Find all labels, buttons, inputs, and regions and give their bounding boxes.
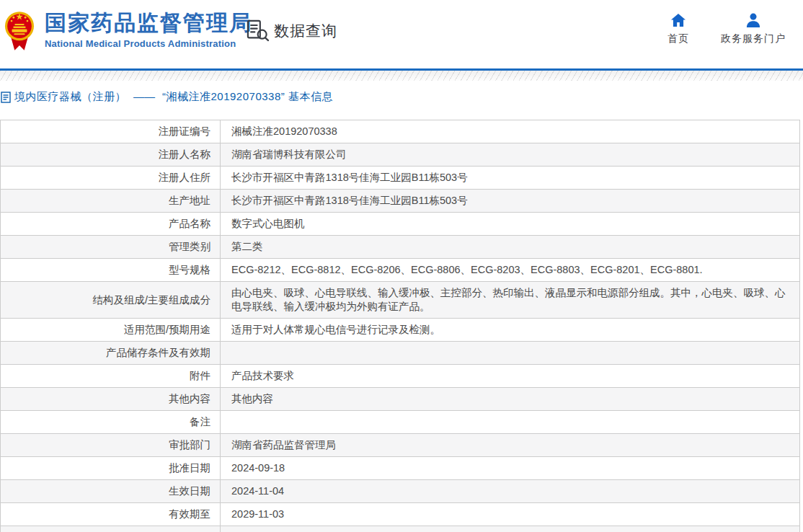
breadcrumb-text: 境内医疗器械（注册）——“湘械注准20192070338” 基本信息 bbox=[14, 90, 333, 104]
row-value: 长沙市开福区中青路1318号佳海工业园B11栋503号 bbox=[221, 167, 800, 190]
table-row: 产品储存条件及有效期 bbox=[1, 342, 800, 365]
site-title: 国家药品监督管理局 bbox=[45, 11, 252, 35]
row-value: 适用于对人体常规心电信号进行记录及检测。 bbox=[221, 319, 800, 342]
table-row: 注册人住所长沙市开福区中青路1318号佳海工业园B11栋503号 bbox=[1, 167, 800, 190]
row-value: 2024-09-18 bbox=[221, 457, 800, 480]
row-value: 由心电夹、吸球、心电导联线、输入缓冲极、主控部分、热印输出、液晶显示和电源部分组… bbox=[221, 282, 800, 319]
table-row: 适用范围/预期用途适用于对人体常规心电信号进行记录及检测。 bbox=[1, 319, 800, 342]
table-row bbox=[1, 526, 800, 532]
table-row: 批准日期2024-09-18 bbox=[1, 457, 800, 480]
national-emblem-logo[interactable] bbox=[4, 6, 35, 53]
table-row: 生效日期2024-11-04 bbox=[1, 480, 800, 503]
table-row: 注册证编号湘械注准20192070338 bbox=[1, 120, 800, 143]
row-value bbox=[221, 342, 800, 365]
nav-portal-link[interactable]: 政务服务门户 bbox=[721, 13, 786, 45]
site-header: 国家药品监督管理局 National Medical Products Admi… bbox=[0, 0, 803, 68]
row-label: 注册人名称 bbox=[1, 143, 221, 167]
table-row: 型号规格ECG-8212、ECG-8812、ECG-8206、ECG-8806、… bbox=[1, 259, 800, 282]
row-value: 第二类 bbox=[221, 236, 800, 259]
breadcrumb-category: 境内医疗器械（注册） bbox=[14, 90, 126, 102]
home-icon bbox=[670, 13, 686, 27]
row-label: 管理类别 bbox=[1, 236, 221, 259]
registration-info-table: 注册证编号湘械注准20192070338注册人名称湖南省瑞博科技有限公司注册人住… bbox=[0, 120, 800, 532]
row-value: 产品技术要求 bbox=[221, 365, 800, 388]
row-label: 注册人住所 bbox=[1, 167, 221, 190]
row-label: 生效日期 bbox=[1, 480, 221, 503]
table-row: 附件产品技术要求 bbox=[1, 365, 800, 388]
row-value: 湖南省药品监督管理局 bbox=[221, 434, 800, 457]
top-nav: 首页 政务服务门户 bbox=[667, 13, 786, 45]
row-label: 适用范围/预期用途 bbox=[1, 319, 221, 342]
user-icon bbox=[745, 13, 761, 27]
site-brand: 国家药品监督管理局 National Medical Products Admi… bbox=[45, 11, 252, 49]
page-title: “湘械注准20192070338” 基本信息 bbox=[162, 90, 333, 102]
row-label: 产品名称 bbox=[1, 213, 221, 236]
site-subtitle: National Medical Products Administration bbox=[45, 38, 252, 49]
row-label: 结构及组成/主要组成成分 bbox=[1, 282, 221, 319]
row-value: 2029-11-03 bbox=[221, 503, 800, 526]
table-row: 产品名称数字式心电图机 bbox=[1, 213, 800, 236]
row-value: 数字式心电图机 bbox=[221, 213, 800, 236]
breadcrumb-separator: —— bbox=[133, 90, 155, 102]
row-label: 附件 bbox=[1, 365, 221, 388]
row-label: 生产地址 bbox=[1, 190, 221, 213]
nav-home-label: 首页 bbox=[667, 32, 689, 45]
row-label: 注册证编号 bbox=[1, 120, 221, 143]
row-value: 2024-11-04 bbox=[221, 480, 800, 503]
row-value bbox=[221, 526, 800, 532]
row-value bbox=[221, 411, 800, 434]
table-row: 生产地址长沙市开福区中青路1318号佳海工业园B11栋503号 bbox=[1, 190, 800, 213]
table-row: 结构及组成/主要组成成分由心电夹、吸球、心电导联线、输入缓冲极、主控部分、热印输… bbox=[1, 282, 800, 319]
data-query-label: 数据查询 bbox=[274, 21, 337, 41]
hatched-band bbox=[0, 71, 803, 81]
table-row: 有效期至2029-11-03 bbox=[1, 503, 800, 526]
table-row: 其他内容其他内容 bbox=[1, 388, 800, 411]
nav-portal-label: 政务服务门户 bbox=[721, 32, 786, 45]
row-label: 有效期至 bbox=[1, 503, 221, 526]
table-row: 备注 bbox=[1, 411, 800, 434]
row-value: 湘械注准20192070338 bbox=[221, 120, 800, 143]
table-row: 管理类别第二类 bbox=[1, 236, 800, 259]
row-value: ECG-8212、ECG-8812、ECG-8206、ECG-8806、ECG-… bbox=[221, 259, 800, 282]
row-label: 备注 bbox=[1, 411, 221, 434]
row-label: 产品储存条件及有效期 bbox=[1, 342, 221, 365]
row-value: 其他内容 bbox=[221, 388, 800, 411]
table-row: 审批部门湖南省药品监督管理局 bbox=[1, 434, 800, 457]
row-label: 批准日期 bbox=[1, 457, 221, 480]
document-icon bbox=[1, 92, 11, 103]
row-label: 其他内容 bbox=[1, 388, 221, 411]
row-label: 型号规格 bbox=[1, 259, 221, 282]
row-label: 审批部门 bbox=[1, 434, 221, 457]
document-search-icon bbox=[247, 19, 270, 42]
breadcrumb: 境内医疗器械（注册）——“湘械注准20192070338” 基本信息 bbox=[0, 81, 803, 120]
nav-home-link[interactable]: 首页 bbox=[667, 13, 689, 45]
data-query-nav[interactable]: 数据查询 bbox=[247, 19, 337, 42]
table-row: 注册人名称湖南省瑞博科技有限公司 bbox=[1, 143, 800, 167]
national-emblem-icon bbox=[4, 6, 35, 53]
row-value: 湖南省瑞博科技有限公司 bbox=[221, 143, 800, 167]
row-label bbox=[1, 526, 221, 532]
row-value: 长沙市开福区中青路1318号佳海工业园B11栋503号 bbox=[221, 190, 800, 213]
info-table-body: 注册证编号湘械注准20192070338注册人名称湖南省瑞博科技有限公司注册人住… bbox=[1, 120, 800, 532]
